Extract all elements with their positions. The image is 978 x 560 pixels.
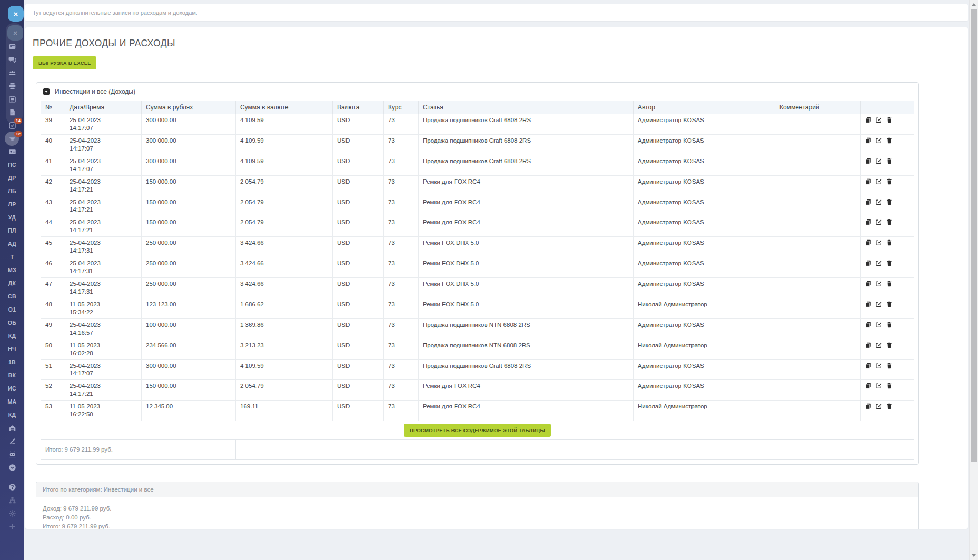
- delete-icon[interactable]: [886, 321, 893, 328]
- edit-icon[interactable]: [875, 403, 882, 410]
- row-amount-currency: 4 109.59: [236, 134, 333, 155]
- copy-icon[interactable]: [865, 137, 872, 144]
- copy-icon[interactable]: [865, 198, 872, 206]
- copy-icon[interactable]: [865, 259, 872, 267]
- plus-icon[interactable]: [7, 522, 17, 531]
- edit-icon[interactable]: [875, 280, 882, 287]
- summary-title: Итого по категориям: Инвестиции и все: [36, 482, 918, 497]
- edit-icon[interactable]: [875, 362, 882, 369]
- row-actions: [861, 401, 914, 421]
- delete-icon[interactable]: [886, 301, 893, 308]
- copy-icon[interactable]: [865, 362, 872, 369]
- scroll-up-arrow[interactable]: [972, 3, 976, 6]
- delete-icon[interactable]: [886, 239, 893, 246]
- chat-icon[interactable]: [7, 55, 17, 64]
- sidebar-item-О1[interactable]: О1: [7, 305, 17, 314]
- sidebar-item-АД[interactable]: АД: [7, 239, 17, 248]
- help-icon[interactable]: [7, 483, 17, 491]
- export-excel-button[interactable]: ВЫГРУЗКА В EXCEL: [33, 56, 96, 69]
- pen-icon[interactable]: [7, 437, 17, 445]
- copy-icon[interactable]: [865, 382, 872, 389]
- sidebar-item-ДР[interactable]: ДР: [7, 174, 17, 182]
- sidebar-item-ДК[interactable]: ДК: [7, 279, 17, 287]
- android-icon[interactable]: [7, 450, 17, 458]
- row-article: Продажа подшипников Craft 6808 2RS: [419, 359, 634, 380]
- main-content: Тут ведутся дополнительные записи по рас…: [24, 0, 969, 560]
- edit-icon[interactable]: [875, 382, 882, 389]
- sidebar-item-КД[interactable]: КД: [7, 411, 17, 419]
- window-icon[interactable]: [7, 42, 17, 51]
- delete-icon[interactable]: [886, 403, 893, 410]
- copy-icon[interactable]: [865, 342, 872, 349]
- sidebar-item-МЗ[interactable]: МЗ: [7, 266, 17, 274]
- edit-icon[interactable]: [875, 116, 882, 124]
- sidebar-item-СВ[interactable]: СВ: [7, 292, 17, 301]
- edit-icon[interactable]: [875, 198, 882, 206]
- sidebar-item-ОБ[interactable]: ОБ: [7, 318, 17, 327]
- delete-icon[interactable]: [886, 362, 893, 369]
- sidebar-item-ЛБ[interactable]: ЛБ: [7, 187, 17, 195]
- scrollbar-thumb[interactable]: [971, 9, 977, 462]
- edit-icon[interactable]: [875, 259, 882, 267]
- scrollbar[interactable]: [969, 0, 978, 560]
- delete-icon[interactable]: [886, 178, 893, 185]
- copy-icon[interactable]: [865, 178, 872, 185]
- sidebar-item-НЧ[interactable]: НЧ: [7, 345, 17, 353]
- sidebar-item-ВК[interactable]: ВК: [7, 371, 17, 379]
- copy-icon[interactable]: [865, 218, 872, 226]
- filter-icon[interactable]: 12: [7, 134, 17, 143]
- delete-icon[interactable]: [886, 116, 893, 124]
- sidebar-item-ЛР[interactable]: ЛР: [7, 200, 17, 208]
- copy-icon[interactable]: [865, 321, 872, 328]
- edit-icon[interactable]: [875, 157, 882, 165]
- copy-icon[interactable]: [865, 403, 872, 410]
- table-header-row: №Дата/ВремяСумма в рубляхСумма в валютеВ…: [41, 101, 914, 114]
- row-article: Продажа подшипников Craft 6808 2RS: [419, 155, 634, 175]
- delete-icon[interactable]: [886, 157, 893, 165]
- gear-icon[interactable]: [7, 509, 17, 517]
- delete-icon[interactable]: [886, 342, 893, 349]
- copy-icon[interactable]: [865, 116, 872, 124]
- sidebar-item-1В[interactable]: 1В: [7, 358, 17, 366]
- sidebar-item-ПЛ[interactable]: ПЛ: [7, 226, 17, 235]
- edit-icon[interactable]: [875, 342, 882, 349]
- copy-icon[interactable]: [865, 301, 872, 308]
- sidebar-item-МА[interactable]: МА: [7, 397, 17, 406]
- sidebar-item-ИС[interactable]: ИС: [7, 384, 17, 393]
- sidebar-close-button[interactable]: ×: [8, 6, 24, 22]
- view-all-button[interactable]: ПРОСМОТРЕТЬ ВСЕ СОДЕРЖИМОЕ ЭТОЙ ТАБЛИЦЫ: [404, 424, 551, 437]
- sidebar-item-КД[interactable]: КД: [7, 332, 17, 340]
- printer-icon[interactable]: [7, 82, 17, 90]
- edit-icon[interactable]: [875, 218, 882, 226]
- sidebar-item-УД[interactable]: УД: [7, 213, 17, 222]
- copy-icon[interactable]: [865, 157, 872, 165]
- delete-icon[interactable]: [886, 280, 893, 287]
- home-icon[interactable]: [7, 424, 17, 432]
- sidebar-item-ПС[interactable]: ПС: [7, 161, 17, 169]
- chevron-down-circle-icon[interactable]: [7, 463, 17, 472]
- calendar-icon[interactable]: [7, 95, 17, 103]
- delete-icon[interactable]: [886, 198, 893, 206]
- delete-icon[interactable]: [886, 382, 893, 389]
- delete-icon[interactable]: [886, 259, 893, 267]
- scroll-down-arrow[interactable]: [972, 554, 976, 557]
- copy-icon[interactable]: [865, 280, 872, 287]
- delete-icon[interactable]: [886, 137, 893, 144]
- copy-icon[interactable]: [865, 239, 872, 246]
- idcard-icon[interactable]: [7, 147, 17, 156]
- edit-icon[interactable]: [875, 178, 882, 185]
- tasks-icon[interactable]: 14: [7, 121, 17, 129]
- row-datetime: 25-04-202314:16:57: [65, 318, 142, 339]
- document-icon[interactable]: [7, 108, 17, 116]
- edit-icon[interactable]: [875, 137, 882, 144]
- edit-icon[interactable]: [875, 239, 882, 246]
- row-num: 39: [41, 114, 65, 135]
- users-icon[interactable]: [7, 68, 17, 77]
- edit-icon[interactable]: [875, 301, 882, 308]
- sidebar-item-Т[interactable]: Т: [7, 253, 17, 261]
- collapse-section-icon[interactable]: [43, 88, 50, 95]
- edit-icon[interactable]: [875, 321, 882, 328]
- delete-icon[interactable]: [886, 218, 893, 226]
- tree-icon[interactable]: [7, 496, 17, 504]
- column-header-8: Комментарий: [775, 101, 861, 114]
